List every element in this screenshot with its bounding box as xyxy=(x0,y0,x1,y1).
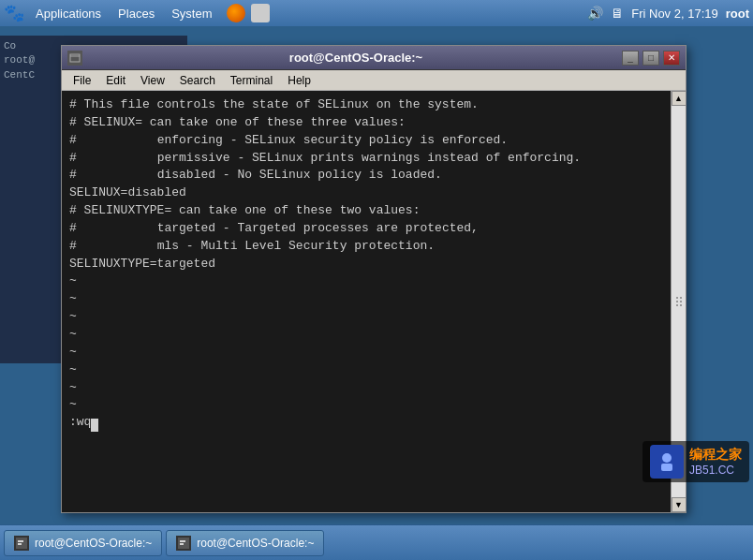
terminal-content[interactable]: # This file controls the state of SELinu… xyxy=(62,91,671,512)
username-display: root xyxy=(726,7,749,21)
dot xyxy=(680,301,682,302)
window-controls: _ □ ✕ xyxy=(622,51,680,66)
system-menu[interactable]: System xyxy=(164,5,219,22)
svg-rect-0 xyxy=(70,54,80,62)
cursor xyxy=(91,419,98,432)
taskbar-top-right: 🔊 🖥 Fri Nov 2, 17:19 root xyxy=(587,6,749,21)
datetime-display: Fri Nov 2, 17:19 xyxy=(631,7,718,21)
minimize-button[interactable]: _ xyxy=(622,51,639,66)
scroll-dots xyxy=(676,297,682,306)
menu-view[interactable]: View xyxy=(133,72,172,89)
terminal-title-icon xyxy=(67,51,82,66)
places-menu[interactable]: Places xyxy=(111,5,162,22)
network-icon: 🖥 xyxy=(611,6,624,21)
applications-label: Applications xyxy=(36,7,101,21)
taskbar-top-left: 🐾 Applications Places System xyxy=(4,3,219,23)
dot-row-1 xyxy=(676,297,682,299)
terminal-menubar: File Edit View Search Terminal Help xyxy=(62,70,686,91)
terminal-text-content: # This file controls the state of SELinu… xyxy=(69,96,663,432)
dot xyxy=(680,304,682,306)
taskbar-top: 🐾 Applications Places System 🔊 🖥 Fri Nov… xyxy=(0,0,753,26)
dot xyxy=(676,301,678,302)
terminal-titlebar: root@CentOS-Oracle:~ _ □ ✕ xyxy=(62,46,686,70)
maximize-button[interactable]: □ xyxy=(642,51,659,66)
menu-search[interactable]: Search xyxy=(172,72,223,89)
taskbar-terminal-btn-2[interactable]: root@CentOS-Oracle:~ xyxy=(166,530,324,556)
close-button[interactable]: ✕ xyxy=(663,51,680,66)
menu-file[interactable]: File xyxy=(66,72,98,89)
menu-edit[interactable]: Edit xyxy=(98,72,133,89)
watermark-sub-text: JB51.CC xyxy=(689,464,742,477)
desktop: Co root@ CentC root@CentOS-Oracle:~ _ □ … xyxy=(0,26,753,524)
watermark-icon xyxy=(650,445,684,479)
taskbar-btn-1-label: root@CentOS-Oracle:~ xyxy=(35,537,152,550)
applications-menu[interactable]: Applications xyxy=(28,5,109,22)
dot-row-3 xyxy=(676,304,682,306)
svg-rect-4 xyxy=(16,538,27,549)
svg-point-2 xyxy=(662,453,672,463)
terminal-window: root@CentOS-Oracle:~ _ □ ✕ File Edit Vie… xyxy=(61,45,687,513)
watermark: 编程之家 JB51.CC xyxy=(642,441,749,482)
places-label: Places xyxy=(118,7,155,21)
taskbar-btn-2-label: root@CentOS-Oracle:~ xyxy=(197,537,314,550)
svg-rect-3 xyxy=(661,464,672,471)
terminal-title-text: root@CentOS-Oracle:~ xyxy=(90,51,622,65)
prompt-text: :wq xyxy=(69,415,91,429)
firefox-icon[interactable] xyxy=(227,4,245,22)
svg-rect-7 xyxy=(178,538,189,549)
taskbar-bottom: root@CentOS-Oracle:~ root@CentOS-Oracle:… xyxy=(0,524,753,560)
speaker-icon: 🔊 xyxy=(587,6,603,21)
terminal-body: # This file controls the state of SELinu… xyxy=(62,91,686,512)
taskbar-terminal-btn-1[interactable]: root@CentOS-Oracle:~ xyxy=(4,530,162,556)
second-icon[interactable] xyxy=(251,4,270,22)
scroll-track[interactable] xyxy=(672,106,686,497)
terminal-btn-1-icon xyxy=(14,536,29,551)
scroll-up-button[interactable]: ▲ xyxy=(672,91,687,106)
scroll-down-button[interactable]: ▼ xyxy=(672,497,687,512)
terminal-btn-2-icon xyxy=(176,536,191,551)
menu-help[interactable]: Help xyxy=(280,72,318,89)
dot xyxy=(676,297,678,299)
dot-row-2 xyxy=(676,301,682,302)
system-label: System xyxy=(171,7,212,21)
watermark-text-block: 编程之家 JB51.CC xyxy=(689,447,742,477)
dot xyxy=(676,304,678,306)
menu-terminal[interactable]: Terminal xyxy=(223,72,280,89)
dot xyxy=(680,297,682,299)
watermark-main-text: 编程之家 xyxy=(689,447,742,464)
gnome-icon: 🐾 xyxy=(4,3,24,23)
